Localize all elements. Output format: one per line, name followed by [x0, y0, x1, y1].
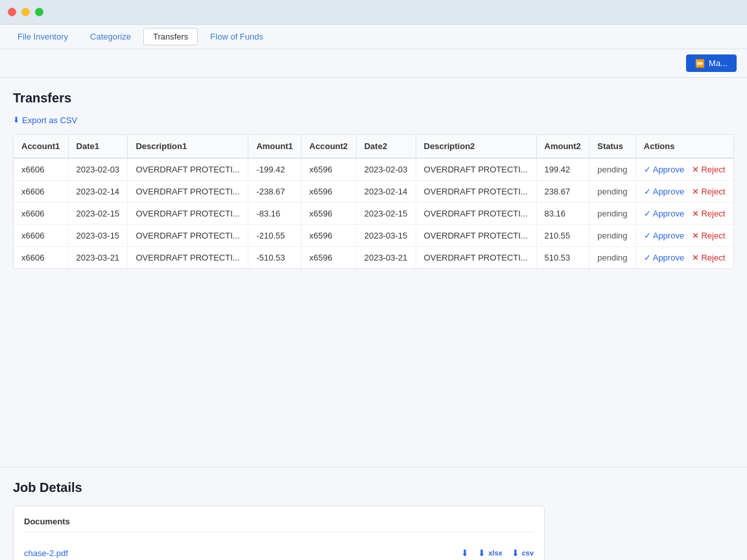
cell-actions: Approve Reject	[635, 180, 733, 202]
maximize-button[interactable]	[35, 8, 43, 16]
approve-button[interactable]: Approve	[644, 187, 684, 196]
cell-status: pending	[589, 224, 636, 246]
col-description1: Description1	[128, 135, 248, 158]
document-row: chase-2.pdf ⬇ ⬇ xlsx ⬇ csv	[24, 541, 534, 560]
col-description2: Description2	[416, 135, 536, 158]
tab-flow-of-funds[interactable]: Flow of Funds	[200, 28, 273, 45]
documents-card: Documents chase-2.pdf ⬇ ⬇ xlsx ⬇ csv bof…	[13, 506, 545, 560]
cell-amount1: -238.67	[248, 180, 302, 202]
reject-button[interactable]: Reject	[692, 253, 725, 262]
cell-actions: Approve Reject	[635, 202, 733, 224]
transfers-title: Transfers	[13, 91, 734, 106]
download-xlsx-button[interactable]: ⬇ xlsx	[478, 548, 502, 558]
download-pdf-button[interactable]: ⬇	[461, 548, 469, 558]
transfers-table: Account1 Date1 Description1 Amount1 Acco…	[14, 135, 733, 268]
cell-description2: OVERDRAFT PROTECTI...	[416, 202, 536, 224]
cell-description1: OVERDRAFT PROTECTI...	[128, 224, 248, 246]
cell-amount2: 83.16	[536, 202, 589, 224]
job-details-title: Job Details	[13, 480, 734, 495]
cell-status: pending	[589, 246, 636, 268]
cell-date2: 2023-02-03	[356, 158, 416, 181]
download-csv-button[interactable]: ⬇ csv	[512, 548, 534, 558]
col-amount1: Amount1	[248, 135, 302, 158]
toolbar-row: Ma...	[0, 49, 747, 78]
cell-amount2: 210.55	[536, 224, 589, 246]
cell-amount1: -83.16	[248, 202, 302, 224]
table-row: x6606 2023-02-14 OVERDRAFT PROTECTI... -…	[14, 180, 733, 202]
table-row: x6606 2023-02-03 OVERDRAFT PROTECTI... -…	[14, 158, 733, 181]
documents-card-title: Documents	[24, 517, 534, 532]
cell-description2: OVERDRAFT PROTECTI...	[416, 224, 536, 246]
table-row: x6606 2023-02-15 OVERDRAFT PROTECTI... -…	[14, 202, 733, 224]
cell-account2: x6596	[302, 180, 357, 202]
document-actions: ⬇ ⬇ xlsx ⬇ csv	[461, 548, 534, 558]
tabbar: File Inventory Categorize Transfers Flow…	[0, 25, 747, 49]
export-csv-link[interactable]: Export as CSV	[13, 115, 77, 125]
cell-account1: x6606	[14, 180, 68, 202]
col-status: Status	[589, 135, 636, 158]
cell-status: pending	[589, 158, 636, 181]
col-date2: Date2	[356, 135, 416, 158]
match-button[interactable]: Ma...	[686, 54, 737, 72]
cell-amount1: -210.55	[248, 224, 302, 246]
documents-list: chase-2.pdf ⬇ ⬇ xlsx ⬇ csv bofa-2 (1).pd…	[24, 541, 534, 560]
col-amount2: Amount2	[536, 135, 589, 158]
col-account2: Account2	[302, 135, 357, 158]
cell-account2: x6596	[302, 158, 357, 181]
document-name[interactable]: chase-2.pdf	[24, 548, 128, 558]
cell-account1: x6606	[14, 202, 68, 224]
titlebar	[0, 0, 747, 25]
cell-description1: OVERDRAFT PROTECTI...	[128, 246, 248, 268]
cell-description2: OVERDRAFT PROTECTI...	[416, 158, 536, 181]
cell-amount1: -199.42	[248, 158, 302, 181]
table-header-row: Account1 Date1 Description1 Amount1 Acco…	[14, 135, 733, 158]
cell-date1: 2023-02-15	[68, 202, 128, 224]
reject-button[interactable]: Reject	[692, 209, 725, 218]
col-actions: Actions	[635, 135, 733, 158]
approve-button[interactable]: Approve	[644, 209, 684, 218]
download-xlsx-icon: ⬇	[478, 548, 486, 558]
cell-description1: OVERDRAFT PROTECTI...	[128, 158, 248, 181]
cell-amount2: 510.53	[536, 246, 589, 268]
reject-button[interactable]: Reject	[692, 231, 725, 240]
cell-description2: OVERDRAFT PROTECTI...	[416, 180, 536, 202]
download-icon: ⬇	[461, 548, 469, 558]
cell-amount1: -510.53	[248, 246, 302, 268]
cell-date2: 2023-03-15	[356, 224, 416, 246]
job-details-section: Job Details Documents chase-2.pdf ⬇ ⬇ xl…	[0, 467, 747, 560]
tab-categorize[interactable]: Categorize	[80, 28, 141, 45]
cell-amount2: 199.42	[536, 158, 589, 181]
table-row: x6606 2023-03-15 OVERDRAFT PROTECTI... -…	[14, 224, 733, 246]
tab-transfers[interactable]: Transfers	[143, 28, 198, 45]
col-date1: Date1	[68, 135, 128, 158]
reject-button[interactable]: Reject	[692, 187, 725, 196]
cell-account2: x6596	[302, 246, 357, 268]
cell-actions: Approve Reject	[635, 158, 733, 181]
cell-description1: OVERDRAFT PROTECTI...	[128, 202, 248, 224]
download-csv-icon: ⬇	[512, 548, 519, 558]
cell-date1: 2023-02-03	[68, 158, 128, 181]
approve-button[interactable]: Approve	[644, 165, 684, 174]
transfers-section: Transfers Export as CSV Account1 Date1 D…	[0, 78, 747, 467]
cell-account1: x6606	[14, 246, 68, 268]
tab-file-inventory[interactable]: File Inventory	[8, 28, 78, 45]
close-button[interactable]	[8, 8, 16, 16]
approve-button[interactable]: Approve	[644, 231, 684, 240]
cell-actions: Approve Reject	[635, 246, 733, 268]
approve-button[interactable]: Approve	[644, 253, 684, 262]
cell-description2: OVERDRAFT PROTECTI...	[416, 246, 536, 268]
col-account1: Account1	[14, 135, 68, 158]
minimize-button[interactable]	[21, 8, 30, 16]
cell-date2: 2023-02-15	[356, 202, 416, 224]
cell-account2: x6596	[302, 224, 357, 246]
csv-badge: csv	[522, 549, 534, 557]
reject-button[interactable]: Reject	[692, 165, 725, 174]
cell-date1: 2023-02-14	[68, 180, 128, 202]
cell-description1: OVERDRAFT PROTECTI...	[128, 180, 248, 202]
cell-status: pending	[589, 202, 636, 224]
cell-date2: 2023-02-14	[356, 180, 416, 202]
cell-account1: x6606	[14, 224, 68, 246]
cell-account1: x6606	[14, 158, 68, 181]
cell-amount2: 238.67	[536, 180, 589, 202]
table-row: x6606 2023-03-21 OVERDRAFT PROTECTI... -…	[14, 246, 733, 268]
